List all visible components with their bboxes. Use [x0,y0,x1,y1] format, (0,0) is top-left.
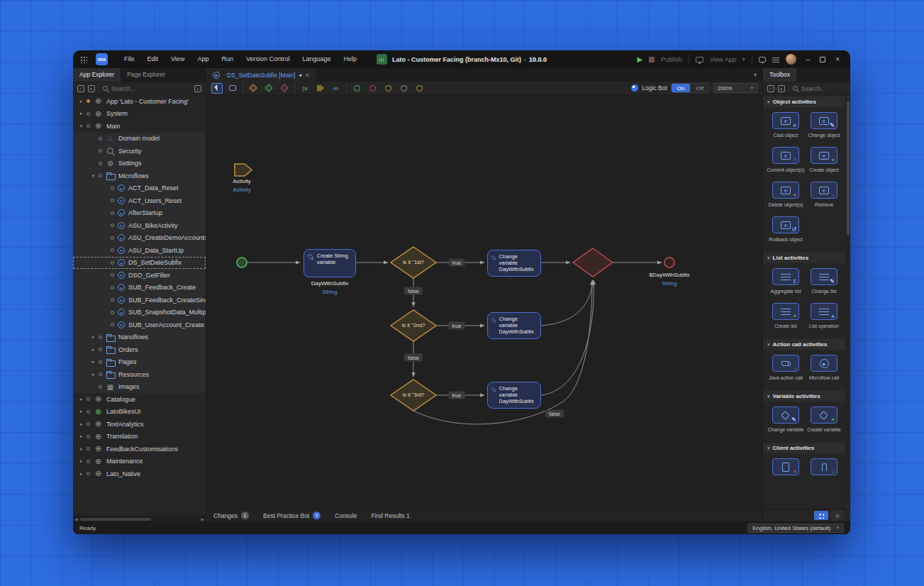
activity-legend-shape[interactable] [235,164,252,176]
menu-item-edit[interactable]: Edit [141,50,165,68]
feedback-icon[interactable] [759,57,766,62]
tree-item-main[interactable]: ▾⊕Main [73,120,206,133]
close-button[interactable]: × [832,55,843,63]
toolbox-section-client-activities[interactable]: ▾Client activities [763,443,845,453]
menu-item-language[interactable]: Language [296,50,337,68]
create-object-icon[interactable]: e+ [811,147,837,164]
chevron-right-icon[interactable]: ▸ [77,409,85,414]
vertical-scrollbar[interactable]: ˄ ˅ [845,95,850,509]
avatar[interactable] [786,54,796,65]
logic-bot-on[interactable]: On [672,84,691,92]
merge[interactable] [573,248,613,277]
bottom-tab-console[interactable]: Console [328,509,364,521]
tree-item-latobikesui[interactable]: ▸⊕LatoBikesUI [73,406,206,419]
chevron-right-icon[interactable]: ▸ [89,347,97,353]
tree-item-pages[interactable]: ▸Pages [73,356,206,369]
break-event-tool-icon[interactable] [398,83,409,94]
tree-item-microflows[interactable]: ▾Microflows [73,170,206,182]
tree-item-act-data-reset[interactable]: ▸ACT_Data_Reset [73,182,206,195]
change-variable-activity-2[interactable]: Change variable DayWithSubfix [487,312,541,339]
app-grid-icon[interactable] [80,56,87,63]
tree-item-ds-setdatesubfix[interactable]: ▸DS_SetDateSubfix [73,257,206,270]
scroll-right-icon[interactable]: ▶ [201,516,204,521]
tab-app-explorer[interactable]: App Explorer [73,68,121,82]
toolbox-section-variable-activities[interactable]: ▾Variable activities [763,391,845,402]
flow-tool-icon[interactable]: ∞ [330,83,342,94]
object-type-decision-tool-icon[interactable] [263,83,274,94]
aggregate-list-icon[interactable]: Σ [772,268,799,285]
tree-item-sub-useraccount-create[interactable]: ▸SUB_UserAccount_Create [73,319,206,331]
toolbox-search-input[interactable]: Search... [801,85,846,92]
chevron-right-icon[interactable]: ▸ [89,372,97,377]
continue-event-tool-icon[interactable] [382,83,394,94]
commit-object-icon[interactable]: e↑ [772,147,799,164]
toolbox-section-action-call-activities[interactable]: ▾Action call activities [763,339,845,350]
stop-icon[interactable] [649,57,655,62]
change-list-icon[interactable]: ✎ [811,268,837,285]
scroll-down-icon[interactable]: ˅ [847,504,850,509]
end-event-tool-icon[interactable] [367,83,378,94]
tree-item-app-lato-customer-facing[interactable]: ▸⊕App 'Lato - Customer Facing' [73,95,206,108]
bottom-tab-best-practice-bot[interactable]: Best Practice Bot9 [256,509,328,521]
tree-item-textanalytics[interactable]: ▸⊕TextAnalytics [73,418,206,431]
explorer-search-input[interactable]: Search... [111,85,191,92]
tree-item-act-users-reset[interactable]: ▸ACT_Users_Reset [73,194,206,207]
menu-item-run[interactable]: Run [215,50,240,68]
java-action-call-icon[interactable]: ↓ [772,355,799,372]
activity-tool-icon[interactable] [227,83,238,94]
tree-item-settings[interactable]: ⊛Settings [73,157,206,170]
tree-item-system[interactable]: ▸⊕System [73,108,206,121]
run-icon[interactable]: ▶ [637,56,642,63]
menu-item-version-control[interactable]: Version Control [240,50,296,68]
create-list-icon[interactable]: + [772,303,799,320]
create-variable-activity[interactable]: Create String variable [304,249,356,277]
start-event[interactable] [237,258,247,267]
change-object-icon[interactable]: e✎ [811,112,837,129]
change-variable-activity-3[interactable]: Change variable DayWithSubfix [487,382,541,409]
scrollbar-thumb[interactable] [847,101,850,236]
chevron-right-icon[interactable]: ▸ [77,111,85,116]
delete-object-icon[interactable]: e× [772,182,799,199]
rollback-object-icon[interactable]: e↺ [772,216,799,233]
tab-toolbox[interactable]: Toolbox [763,68,796,82]
menu-item-view[interactable]: View [165,50,191,68]
toolbox-section-list-activities[interactable]: ▾List activities [763,253,845,263]
close-tab-icon[interactable]: × [306,72,309,79]
tree-item-images[interactable]: ▦Images [73,381,206,394]
tree-item-security[interactable]: Security [73,145,206,157]
maximize-button[interactable] [820,57,825,62]
chevron-right-icon[interactable]: ▸ [77,471,85,477]
toolbox-section-object-activities[interactable]: ▾Object activities [763,96,845,107]
tree-item-sub-feedback-create[interactable]: ▸SUB_Feedback_Create [73,282,206,294]
retrieve-icon[interactable]: e↓ [811,182,837,199]
publish-button[interactable]: Publish [661,56,682,63]
change-variable-activity-1[interactable]: Change variable DayWithSubfix [487,250,541,277]
chevron-right-icon[interactable]: ▸ [77,421,85,427]
change-variable-icon[interactable]: ✎ [772,407,799,424]
tree-item-dso-getfilter[interactable]: ▸DSO_GetFilter [73,269,206,282]
end-event[interactable] [664,258,674,267]
locate-document-icon[interactable]: ▸ [88,85,95,92]
select-tool-icon[interactable] [211,83,223,94]
tree-item-sub-feedback-createsingle[interactable]: ▸SUB_Feedback_CreateSingle [73,294,206,306]
zoom-dropdown[interactable]: 200% ▾ [713,83,757,93]
tree-item-domain-model[interactable]: ∴Domain model [73,133,206,145]
chevron-right-icon[interactable]: ▸ [77,458,85,464]
scroll-up-icon[interactable]: ˄ [847,95,850,99]
tab-page-explorer[interactable]: Page Explorer [121,68,172,82]
tree-item-asu-data-startup[interactable]: ▸ASU_Data_StartUp [73,244,206,257]
chevron-down-icon[interactable]: ▾ [89,173,97,179]
scroll-left-icon[interactable]: ◀ [74,516,78,521]
tree-item-resources[interactable]: ▸Resources [73,368,206,381]
chevron-right-icon[interactable]: ▸ [77,397,85,402]
tree-item-feedbackcustomisations[interactable]: ▸⊕FeedbackCustomisations [73,443,206,455]
close-page-icon[interactable]: × [772,458,799,475]
logic-bot-off[interactable]: Off [690,84,709,92]
language-dropdown[interactable]: English, United States (default) ▾ [747,524,844,533]
tree-item-nanoflows[interactable]: ▸Nanoflows [73,331,206,344]
microflow-call-icon[interactable]: ▶ [811,355,837,372]
scrollbar-thumb[interactable] [80,518,151,521]
minimize-button[interactable]: – [803,55,814,63]
horizontal-scrollbar[interactable]: ◀▶ [73,516,206,521]
create-variable-icon[interactable]: + [811,407,837,424]
